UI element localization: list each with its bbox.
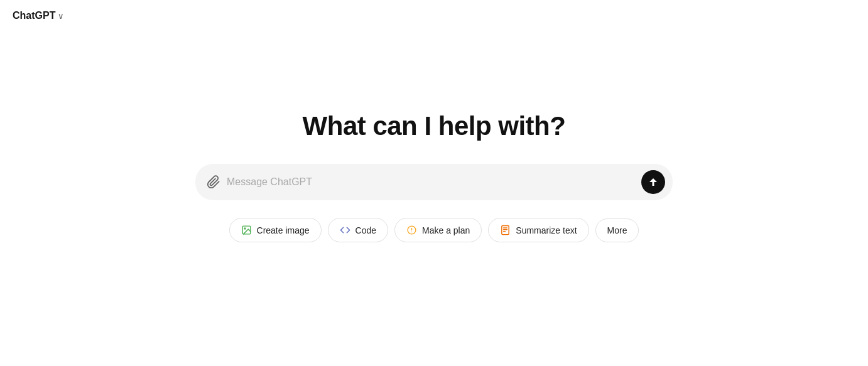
code-icon <box>340 225 350 235</box>
main-heading: What can I help with? <box>303 111 566 141</box>
send-button[interactable] <box>641 170 665 194</box>
make-a-plan-button[interactable]: Make a plan <box>394 218 482 242</box>
chevron-down-icon[interactable]: ∨ <box>58 11 64 21</box>
attach-icon[interactable] <box>207 175 220 189</box>
make-a-plan-label: Make a plan <box>422 225 470 235</box>
more-button[interactable]: More <box>595 218 639 242</box>
code-label: Code <box>355 225 376 235</box>
header: ChatGPT ∨ <box>0 0 77 31</box>
summarize-text-label: Summarize text <box>516 225 577 235</box>
action-buttons-row: Create image Code Make a plan <box>229 218 639 242</box>
code-button[interactable]: Code <box>328 218 388 242</box>
summarize-text-icon <box>500 225 511 235</box>
svg-point-1 <box>244 228 245 229</box>
summarize-text-button[interactable]: Summarize text <box>488 218 589 242</box>
create-image-icon <box>241 225 252 235</box>
message-input[interactable] <box>227 176 635 188</box>
more-label: More <box>607 225 627 235</box>
main-content: What can I help with? Create <box>0 0 868 366</box>
app-title[interactable]: ChatGPT <box>13 10 55 21</box>
create-image-label: Create image <box>257 225 310 235</box>
message-input-container <box>195 164 673 200</box>
make-a-plan-icon <box>406 225 417 235</box>
create-image-button[interactable]: Create image <box>229 218 322 242</box>
